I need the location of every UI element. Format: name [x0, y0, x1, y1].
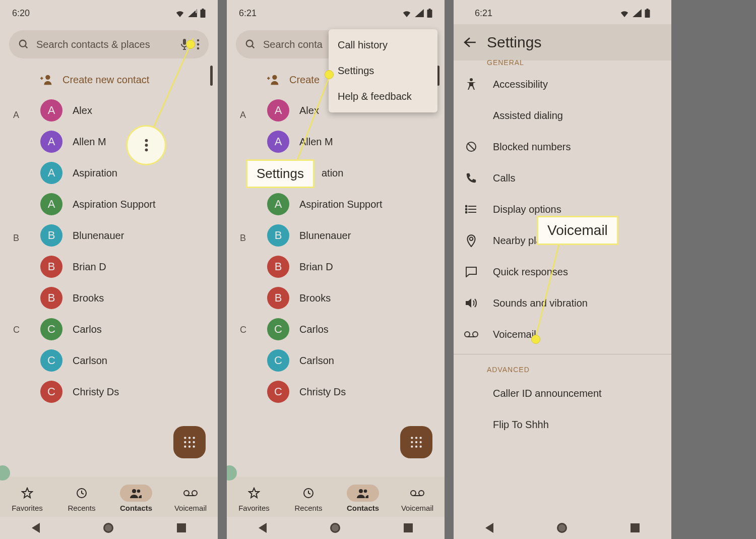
- svg-point-11: [188, 437, 191, 439]
- menu-settings[interactable]: Settings: [329, 58, 437, 84]
- svg-point-34: [415, 437, 417, 439]
- settings-quick-responses[interactable]: Quick responses: [454, 256, 671, 287]
- contact-row[interactable]: AAllen M: [227, 126, 445, 157]
- settings-voicemail[interactable]: Voicemail: [454, 319, 671, 350]
- callout-more-menu: [126, 125, 166, 165]
- settings-caller-id-announcement[interactable]: Caller ID announcement: [454, 378, 671, 409]
- more-icon[interactable]: [197, 39, 200, 50]
- nav-contacts[interactable]: Contacts: [111, 485, 161, 512]
- location-icon: [466, 234, 476, 247]
- back-icon[interactable]: [32, 523, 40, 533]
- svg-point-58: [466, 212, 467, 213]
- svg-rect-49: [647, 9, 649, 10]
- contact-name: Carlson: [299, 355, 334, 367]
- settings-accessibility[interactable]: Accessibility: [454, 69, 671, 100]
- settings-blocked-numbers[interactable]: Blocked numbers: [454, 131, 671, 162]
- svg-point-25: [145, 139, 148, 142]
- contact-row[interactable]: BBrian D: [227, 251, 445, 282]
- svg-point-36: [411, 441, 413, 443]
- callout-settings: Settings: [246, 159, 314, 188]
- contact-row[interactable]: AAlex: [0, 95, 218, 126]
- nav-recents[interactable]: Recents: [283, 485, 334, 512]
- avatar: C: [40, 381, 62, 403]
- nav-favorites[interactable]: Favorites: [229, 485, 279, 512]
- svg-point-12: [193, 437, 195, 439]
- menu-help-feedback[interactable]: Help & feedback: [329, 84, 437, 109]
- create-new-contact[interactable]: Create new contact: [0, 65, 218, 95]
- overview-icon[interactable]: [404, 523, 413, 532]
- avatar: B: [40, 224, 62, 247]
- back-icon[interactable]: [485, 523, 493, 533]
- signal-icon: [188, 9, 197, 17]
- contact-row[interactable]: AAspiration: [0, 157, 218, 189]
- search-bar[interactable]: Search contacts & places: [9, 30, 209, 58]
- overview-icon[interactable]: [631, 523, 640, 532]
- system-nav: [454, 517, 671, 539]
- home-icon[interactable]: [330, 523, 340, 533]
- contact-row[interactable]: CCarlson: [227, 345, 445, 376]
- screenshot-3-settings: 6:21 Settings GENERAL Accessibility Assi…: [454, 0, 671, 539]
- nav-label: Recents: [68, 504, 95, 512]
- signal-icon: [415, 9, 424, 17]
- contact-row[interactable]: CChristy Ds: [227, 376, 445, 407]
- settings-flip-to-shhh[interactable]: Flip To Shhh: [454, 409, 671, 440]
- contact-row[interactable]: CCarlson: [0, 345, 218, 376]
- nav-voicemail[interactable]: Voicemail: [392, 485, 443, 512]
- back-icon[interactable]: [259, 523, 267, 533]
- contact-row[interactable]: AAllen M: [0, 126, 218, 157]
- contact-row[interactable]: CCarlos: [0, 314, 218, 345]
- dialpad-fab[interactable]: [173, 426, 206, 458]
- nav-voicemail[interactable]: Voicemail: [165, 485, 216, 512]
- svg-point-26: [145, 144, 148, 147]
- contact-row[interactable]: BBrooks: [0, 282, 218, 314]
- phone-icon: [466, 172, 477, 184]
- star-icon: [248, 487, 260, 499]
- callout-label: Voicemail: [547, 222, 608, 238]
- bottom-nav: Favorites Recents Contacts Voicemail: [227, 476, 445, 517]
- status-bar: 6:21: [454, 0, 671, 24]
- contact-row[interactable]: AAspiration Support: [227, 189, 445, 220]
- settings-assisted-dialing[interactable]: Assisted dialing: [454, 100, 671, 131]
- back-arrow-icon[interactable]: [464, 37, 477, 48]
- avatar: A: [40, 99, 62, 122]
- nav-label: Contacts: [120, 504, 152, 512]
- settings-label: Caller ID announcement: [493, 388, 602, 399]
- avatar: C: [267, 381, 289, 403]
- nav-favorites[interactable]: Favorites: [2, 485, 52, 512]
- home-icon[interactable]: [103, 523, 113, 533]
- avatar: C: [267, 318, 289, 340]
- home-icon[interactable]: [557, 523, 567, 533]
- settings-calls[interactable]: Calls: [454, 162, 671, 194]
- nav-label: Contacts: [347, 504, 379, 512]
- contact-name: Aspiration Support: [299, 199, 383, 210]
- nav-recents[interactable]: Recents: [56, 485, 107, 512]
- nav-contacts[interactable]: Contacts: [338, 485, 388, 512]
- svg-point-17: [188, 446, 191, 448]
- avatar: A: [40, 193, 62, 215]
- contact-row[interactable]: BBlunenauer: [0, 220, 218, 251]
- overview-icon[interactable]: [177, 523, 186, 532]
- contact-row[interactable]: CChristy Ds: [0, 376, 218, 407]
- svg-point-60: [465, 332, 470, 337]
- status-bar: 6:20: [0, 0, 218, 24]
- dialpad-fab[interactable]: [400, 426, 432, 458]
- bottom-nav: Favorites Recents Contacts Voicemail: [0, 476, 218, 517]
- contact-row[interactable]: BBrian D: [0, 251, 218, 282]
- contact-name: Carlos: [73, 324, 102, 335]
- svg-point-9: [45, 75, 50, 80]
- wifi-icon: [175, 9, 185, 17]
- menu-call-history[interactable]: Call history: [329, 32, 437, 58]
- settings-sounds-vibration[interactable]: Sounds and vibration: [454, 287, 671, 319]
- callout-label: Settings: [257, 166, 304, 181]
- svg-rect-0: [196, 10, 197, 13]
- contact-row[interactable]: BBlunenauer: [227, 220, 445, 251]
- status-time: 6:21: [475, 8, 492, 19]
- contact-row[interactable]: BBrooks: [227, 282, 445, 314]
- callout-voicemail: Voicemail: [537, 216, 618, 245]
- contact-row[interactable]: AAspiration Support: [0, 189, 218, 220]
- svg-point-44: [364, 489, 367, 493]
- contact-name: Brian D: [299, 261, 333, 273]
- settings-label: Accessibility: [493, 79, 548, 90]
- svg-point-15: [193, 441, 195, 443]
- contact-row[interactable]: CCarlos: [227, 314, 445, 345]
